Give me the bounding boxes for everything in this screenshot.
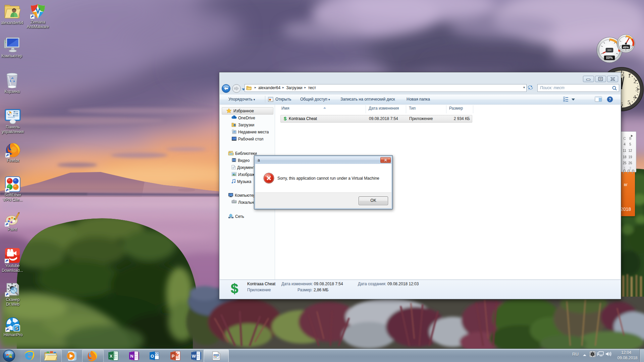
svg-text:2: 2 <box>634 78 637 84</box>
svg-text:45%: 45% <box>623 46 629 49</box>
svg-text:P: P <box>172 354 175 359</box>
svg-text:X: X <box>110 354 113 359</box>
svg-text:18: 18 <box>623 155 627 159</box>
svg-text:11: 11 <box>623 149 627 153</box>
svg-text:W: W <box>192 354 196 359</box>
svg-text:O: O <box>151 354 154 359</box>
svg-text:В: В <box>629 137 632 140</box>
svg-text:19: 19 <box>628 155 632 159</box>
svg-text:N: N <box>130 354 133 359</box>
svg-text:1: 1 <box>628 72 631 79</box>
svg-text:5: 5 <box>629 142 631 146</box>
svg-text:4: 4 <box>624 142 626 146</box>
svg-text:?: ? <box>609 97 611 102</box>
svg-text:00%: 00% <box>606 56 613 60</box>
svg-text:С: С <box>623 137 626 140</box>
svg-text:5: 5 <box>628 99 631 106</box>
svg-text:S: S <box>15 325 18 331</box>
svg-text:25: 25 <box>623 161 627 165</box>
svg-text:12: 12 <box>628 149 632 153</box>
svg-text:26: 26 <box>628 161 632 165</box>
